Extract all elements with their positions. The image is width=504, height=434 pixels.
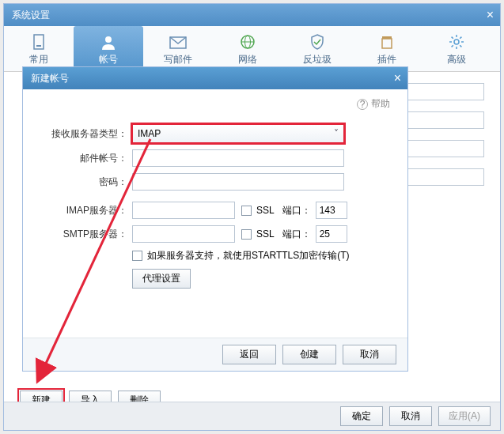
- general-icon: [4, 32, 74, 51]
- settings-title: 系统设置: [12, 9, 50, 21]
- label-smtp-server: SMTP服务器：: [40, 228, 132, 241]
- starttls-label: 如果服务器支持，就使用STARTTLS加密传输(T): [147, 249, 350, 262]
- tab-label: 常用: [4, 53, 74, 66]
- tab-label: 帐号: [74, 53, 143, 66]
- label-password: 密码：: [40, 175, 132, 189]
- chevron-down-icon: ˅: [334, 128, 339, 139]
- svg-line-16: [460, 37, 461, 39]
- settings-footer: 确定 取消 应用(A): [4, 402, 500, 430]
- plugin-icon: [352, 32, 422, 51]
- tab-compose[interactable]: 写邮件: [143, 26, 213, 71]
- gear-icon: [422, 32, 491, 51]
- apply-button[interactable]: 应用(A): [438, 406, 491, 426]
- svg-line-14: [452, 37, 453, 39]
- row-password: 密码：: [40, 173, 390, 191]
- row-recv-type: 接收服务器类型： IMAP ˅: [40, 124, 390, 143]
- close-icon[interactable]: ×: [487, 4, 494, 26]
- row-imap-server: IMAP服务器： SSL 端口：: [40, 202, 390, 219]
- help-link[interactable]: ? 帮助: [357, 97, 390, 111]
- svg-rect-8: [382, 36, 392, 39]
- network-icon: [213, 32, 282, 51]
- tab-plugin[interactable]: 插件: [352, 26, 422, 71]
- svg-point-2: [105, 36, 112, 43]
- row-mail-account: 邮件帐号：: [40, 149, 390, 167]
- password-input[interactable]: [132, 173, 344, 191]
- tab-general[interactable]: 常用: [4, 26, 74, 71]
- label-recv-type: 接收服务器类型：: [40, 127, 132, 141]
- imap-port-input[interactable]: [316, 202, 347, 219]
- tab-antispam[interactable]: 反垃圾: [282, 26, 352, 71]
- svg-point-9: [454, 40, 459, 44]
- select-value: IMAP: [138, 128, 161, 139]
- compose-icon: [143, 32, 213, 51]
- help-icon: ?: [357, 99, 368, 110]
- port-label: 端口：: [282, 228, 311, 241]
- svg-rect-7: [382, 39, 392, 48]
- new-account-dialog: 新建帐号 × ? 帮助 接收服务器类型： IMAP ˅ 邮件帐号： 密码： IM…: [22, 66, 408, 372]
- svg-line-15: [460, 45, 461, 47]
- cancel-button[interactable]: 取消: [389, 406, 432, 426]
- tab-account[interactable]: 帐号: [74, 26, 143, 71]
- svg-line-17: [452, 45, 453, 47]
- account-icon: [74, 32, 143, 51]
- ssl-label: SSL: [256, 228, 275, 240]
- imap-server-input[interactable]: [132, 202, 235, 219]
- svg-rect-1: [36, 45, 41, 47]
- tab-network[interactable]: 网络: [213, 26, 282, 71]
- tab-label: 高级: [422, 53, 491, 66]
- svg-rect-0: [34, 35, 44, 49]
- row-proxy: 代理设置: [40, 269, 390, 289]
- dialog-body: ? 帮助 接收服务器类型： IMAP ˅ 邮件帐号： 密码： IMAP服务器：: [23, 89, 407, 338]
- smtp-ssl-checkbox[interactable]: [241, 229, 252, 240]
- tab-advanced[interactable]: 高级: [422, 26, 491, 71]
- dialog-titlebar: 新建帐号 ×: [23, 67, 407, 89]
- row-starttls: 如果服务器支持，就使用STARTTLS加密传输(T): [40, 249, 390, 262]
- close-icon[interactable]: ×: [394, 67, 401, 89]
- ssl-label: SSL: [256, 205, 275, 216]
- row-smtp-server: SMTP服务器： SSL 端口：: [40, 225, 390, 243]
- port-label: 端口：: [282, 204, 311, 217]
- settings-titlebar: 系统设置 ×: [4, 4, 500, 26]
- ok-button[interactable]: 确定: [340, 406, 383, 426]
- tab-label: 写邮件: [143, 53, 213, 66]
- mail-account-input[interactable]: [132, 149, 344, 167]
- shield-icon: [282, 32, 352, 51]
- label-mail-account: 邮件帐号：: [40, 152, 132, 165]
- dialog-cancel-button[interactable]: 取消: [343, 345, 396, 364]
- dialog-title: 新建帐号: [31, 73, 69, 84]
- tab-label: 插件: [352, 53, 422, 66]
- smtp-server-input[interactable]: [132, 225, 235, 243]
- dialog-footer: 返回 创建 取消: [23, 338, 407, 371]
- create-button[interactable]: 创建: [282, 345, 336, 364]
- help-label: 帮助: [371, 97, 390, 111]
- imap-ssl-checkbox[interactable]: [241, 206, 252, 216]
- recv-type-select[interactable]: IMAP ˅: [132, 124, 344, 143]
- proxy-button[interactable]: 代理设置: [132, 269, 191, 289]
- back-button[interactable]: 返回: [222, 345, 276, 364]
- settings-tabs: 常用 帐号 写邮件 网络 反垃圾 插件 高级: [4, 26, 500, 72]
- label-imap-server: IMAP服务器：: [40, 204, 132, 217]
- tab-label: 网络: [213, 53, 282, 66]
- starttls-checkbox[interactable]: [132, 251, 142, 261]
- smtp-port-input[interactable]: [316, 225, 347, 243]
- tab-label: 反垃圾: [282, 53, 352, 66]
